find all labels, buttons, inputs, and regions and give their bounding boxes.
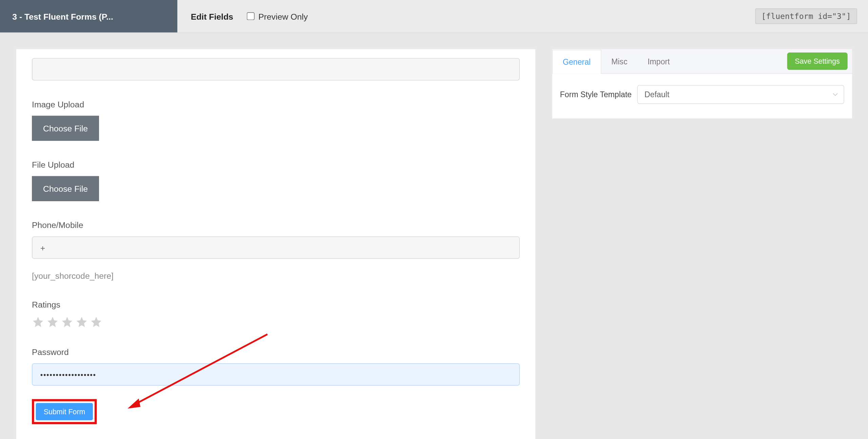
ratings-label: Ratings	[32, 299, 520, 309]
file-upload-label: File Upload	[32, 160, 520, 169]
form-style-label: Form Style Template	[560, 90, 631, 99]
shortcode-placeholder-text: [your_shorcode_here]	[32, 271, 520, 280]
image-upload-button[interactable]: Choose File	[32, 116, 99, 141]
header-shortcode[interactable]: [fluentform id="3"]	[755, 8, 857, 24]
svg-marker-1	[127, 398, 140, 409]
preview-only-toggle[interactable]: Preview Only	[246, 0, 308, 33]
phone-label: Phone/Mobile	[32, 220, 520, 230]
submit-form-button[interactable]: Submit Form	[36, 403, 93, 420]
tab-misc[interactable]: Misc	[601, 49, 637, 73]
image-upload-label: Image Upload	[32, 100, 520, 109]
phone-input[interactable]: +	[32, 236, 520, 259]
edit-fields-link[interactable]: Edit Fields	[177, 0, 246, 33]
preview-only-checkbox[interactable]	[246, 12, 254, 20]
preview-only-label: Preview Only	[258, 12, 308, 21]
star-icon[interactable]	[61, 316, 73, 328]
form-preview-panel: Image Upload Choose File File Upload Cho…	[16, 49, 536, 439]
password-input[interactable]: ••••••••••••••••••	[32, 363, 520, 386]
file-upload-button[interactable]: Choose File	[32, 176, 99, 201]
chevron-down-icon	[832, 92, 838, 98]
submit-button-highlight: Submit Form	[32, 399, 97, 424]
star-icon[interactable]	[32, 316, 44, 328]
form-style-value: Default	[645, 90, 669, 99]
form-text-input[interactable]	[32, 58, 520, 81]
header-active-tab[interactable]: 3 - Test Fluent Forms (P...	[0, 0, 177, 33]
password-label: Password	[32, 347, 520, 357]
star-icon[interactable]	[46, 316, 59, 328]
star-icon[interactable]	[90, 316, 102, 328]
form-style-select[interactable]: Default	[637, 85, 844, 104]
star-icon[interactable]	[76, 316, 88, 328]
ratings-stars[interactable]	[32, 316, 520, 328]
tab-general[interactable]: General	[552, 50, 601, 74]
settings-panel: General Misc Import Save Settings Form S…	[552, 49, 853, 119]
tab-import[interactable]: Import	[637, 49, 680, 73]
save-settings-button[interactable]: Save Settings	[787, 53, 848, 70]
